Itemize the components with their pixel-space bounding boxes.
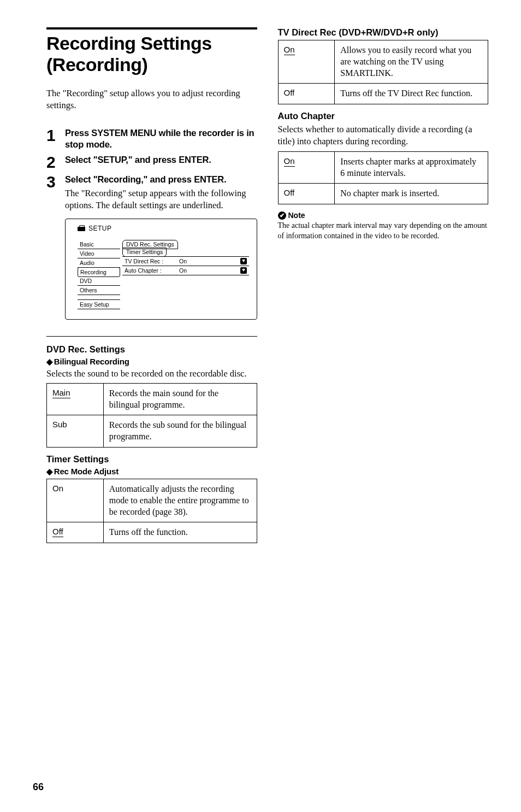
field-name-auto-chapter: Auto Chapter : — [125, 267, 179, 274]
option-desc: Automatically adjusts the recording mode… — [103, 479, 257, 522]
menu-others: Others — [78, 286, 120, 295]
step-number: 3 — [46, 174, 60, 190]
step-title: Select "SETUP," and press ENTER. — [65, 154, 257, 166]
tab-timer-settings: Timer Settings — [122, 248, 167, 257]
option-label: On — [284, 156, 295, 167]
dvd-rec-settings-heading: DVD Rec. Settings — [46, 344, 257, 355]
table-row: Sub Records the sub sound for the biling… — [47, 415, 257, 448]
tv-direct-rec-heading: TV Direct Rec (DVD+RW/DVD+R only) — [278, 27, 489, 38]
bilingual-desc: Selects the sound to be recorded on the … — [46, 368, 257, 380]
table-row: Off Turns off the function. — [47, 522, 257, 543]
bilingual-table: Main Records the main sound for the bili… — [46, 383, 257, 448]
option-label: On — [52, 484, 63, 493]
step-number: 2 — [46, 154, 60, 170]
tv-direct-table: On Allows you to easily record what you … — [278, 40, 489, 104]
page-number: 66 — [33, 781, 44, 793]
step-number: 1 — [46, 127, 60, 144]
step-desc: The "Recording" setup appears with the f… — [65, 187, 257, 212]
setup-right-panel: DVD Rec. Settings Timer Settings TV Dire… — [122, 240, 249, 309]
table-row: Off Turns off the TV Direct Rec function… — [278, 84, 488, 104]
auto-chapter-desc: Selects whether to automatically divide … — [278, 123, 489, 148]
rec-mode-adjust-heading: Rec Mode Adjust — [46, 467, 257, 476]
option-label: Off — [52, 527, 63, 537]
right-column: TV Direct Rec (DVD+RW/DVD+R only) On All… — [278, 27, 489, 790]
option-desc: Allows you to easily record what you are… — [335, 40, 488, 84]
divider — [46, 336, 257, 337]
toolbox-icon — [78, 225, 85, 231]
intro-paragraph: The "Recording" setup allows you to adju… — [46, 87, 257, 112]
option-desc: Inserts chapter marks at approximately 6… — [335, 151, 488, 184]
table-row: Off No chapter mark is inserted. — [278, 184, 488, 204]
left-column: Recording Settings (Recording) The "Reco… — [46, 27, 257, 790]
menu-video: Video — [78, 249, 120, 258]
section-rule — [46, 27, 257, 30]
note-body: The actual chapter mark interval may var… — [278, 221, 489, 242]
field-val-tv-direct: On — [179, 258, 240, 264]
note-label: Note — [288, 211, 305, 220]
step-title: Select "Recording," and press ENTER. — [65, 174, 257, 185]
option-desc: No chapter mark is inserted. — [335, 184, 488, 204]
rec-mode-table: On Automatically adjusts the recording m… — [46, 479, 257, 543]
option-desc: Turns off the function. — [103, 522, 257, 543]
option-desc: Turns off the TV Direct Rec function. — [335, 84, 488, 104]
option-desc: Records the sub sound for the bilingual … — [103, 415, 257, 448]
option-label: Off — [284, 88, 295, 97]
table-row: On Automatically adjusts the recording m… — [47, 479, 257, 522]
option-label: Sub — [52, 420, 67, 429]
dropdown-arrow-icon — [240, 258, 247, 264]
page-title: Recording Settings (Recording) — [46, 33, 257, 75]
note-heading: ✔ Note — [278, 211, 489, 220]
step-title: Press SYSTEM MENU while the recorder is … — [65, 127, 257, 151]
menu-audio: Audio — [78, 258, 120, 268]
field-name-tv-direct: TV Direct Rec : — [125, 258, 179, 264]
option-label: Main — [52, 388, 70, 398]
bilingual-heading: Bilingual Recording — [46, 357, 257, 367]
auto-chapter-heading: Auto Chapter — [278, 111, 489, 121]
menu-recording-selected: Recording — [78, 267, 120, 277]
menu-basic: Basic — [78, 240, 120, 249]
note-icon: ✔ — [278, 211, 286, 220]
setup-screen: SETUP Basic Video Audio Recording DVD Ot… — [65, 219, 257, 320]
table-row: On Allows you to easily record what you … — [278, 40, 488, 84]
timer-settings-heading: Timer Settings — [46, 454, 257, 464]
option-label: Off — [284, 188, 295, 197]
option-desc: Records the main sound for the bilingual… — [103, 383, 257, 415]
step-1: 1 Press SYSTEM MENU while the recorder i… — [46, 127, 257, 151]
step-3: 3 Select "Recording," and press ENTER. T… — [46, 174, 257, 324]
setup-label: SETUP — [88, 225, 112, 232]
field-val-auto-chapter: On — [179, 267, 240, 274]
menu-dvd: DVD — [78, 276, 120, 286]
table-row: Main Records the main sound for the bili… — [47, 383, 257, 415]
step-2: 2 Select "SETUP," and press ENTER. — [46, 154, 257, 170]
dropdown-arrow-icon — [240, 267, 247, 274]
option-label: On — [284, 45, 295, 55]
setup-left-menu: Basic Video Audio Recording DVD Others E… — [78, 240, 120, 309]
auto-chapter-table: On Inserts chapter marks at approximatel… — [278, 151, 489, 204]
menu-easy-setup: Easy Setup — [78, 299, 120, 309]
table-row: On Inserts chapter marks at approximatel… — [278, 151, 488, 184]
